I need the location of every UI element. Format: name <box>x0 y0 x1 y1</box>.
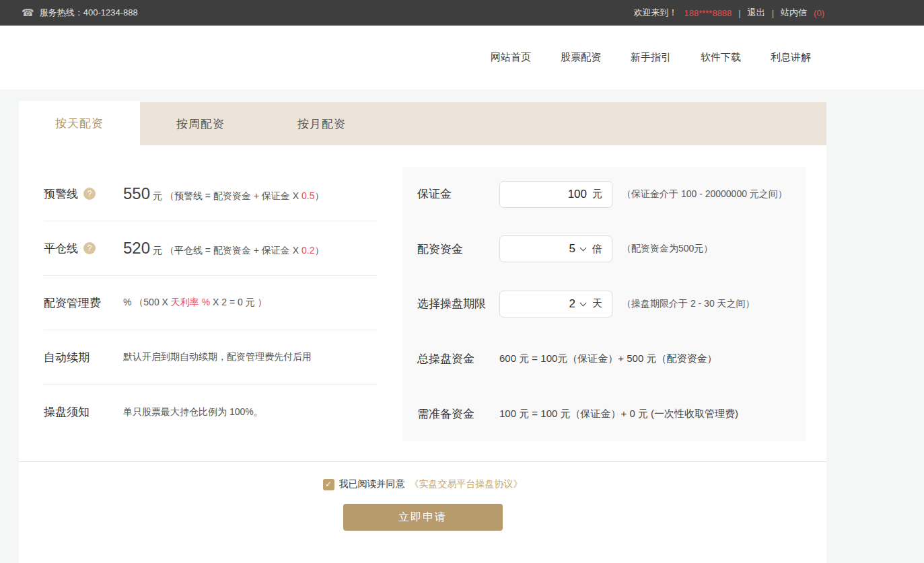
duration-row: 选择操盘期限 2 天 （操盘期限介于 2 - 30 天之间） <box>417 276 791 332</box>
management-fee-value: % （500 X 天利率 % X 2 = 0 元 ） <box>123 297 267 309</box>
margin-row: 保证金 元 （保证金介于 100 - 20000000 元之间） <box>417 167 791 222</box>
agreement-checkbox[interactable]: ✓ <box>323 479 334 490</box>
duration-hint: （操盘期限介于 2 - 30 天之间） <box>622 298 755 310</box>
chevron-down-icon <box>580 300 587 307</box>
total-capital-row: 总操盘资金 600 元 = 100元（保证金）+ 500 元（配资资金） <box>417 332 791 387</box>
required-funds-row: 需准备资金 100 元 = 100 元（保证金）+ 0 元 (一次性收取管理费) <box>417 386 791 441</box>
agreement-link[interactable]: 《实盘交易平台操盘协议》 <box>410 478 523 490</box>
duration-unit: 天 <box>592 297 602 310</box>
agreement-row: ✓ 我已阅读并同意 《实盘交易平台操盘协议》 <box>19 478 826 490</box>
management-fee-label: 配资管理费 <box>44 295 101 311</box>
apply-now-button[interactable]: 立即申请 <box>343 504 503 531</box>
leverage-label: 配资资金 <box>417 241 499 257</box>
close-line-label: 平仓线 <box>44 241 78 256</box>
warning-line-label: 预警线 <box>44 186 78 202</box>
leverage-select[interactable]: 5 倍 <box>499 235 612 262</box>
trading-notice-text: 单只股票最大持仓比例为 100%。 <box>123 406 263 418</box>
chevron-down-icon <box>580 245 587 252</box>
nav-item-stock-financing[interactable]: 股票配资 <box>561 51 601 64</box>
margin-input-box: 元 <box>499 181 612 208</box>
agreement-label: 我已阅读并同意 <box>339 478 405 490</box>
duration-select[interactable]: 2 天 <box>499 291 612 317</box>
daily-rate-red: 天利率 % <box>171 297 210 307</box>
warning-line-row: 预警线 ? 550元 （预警线 = 配资资金 + 保证金 X 0.5） <box>44 167 377 221</box>
nav-item-interest-explain[interactable]: 利息讲解 <box>771 51 811 64</box>
topbar-user-group: 欢迎来到！ 188****8888 | 退出 | 站内信 (0) <box>633 7 824 19</box>
bottom-divider <box>19 461 826 462</box>
inbox-link[interactable]: 站内信 <box>781 7 807 19</box>
inbox-count-badge: (0) <box>814 8 824 18</box>
tab-weekly-financing[interactable]: 按周配资 <box>140 102 261 145</box>
trading-notice-label: 操盘须知 <box>44 404 90 420</box>
leverage-hint: （配资资金为500元） <box>622 243 713 255</box>
nav-item-beginner-guide[interactable]: 新手指引 <box>631 51 671 64</box>
help-icon[interactable]: ? <box>83 242 96 254</box>
topbar-separator: | <box>738 8 740 18</box>
margin-label: 保证金 <box>417 186 499 202</box>
close-ratio-red: 0.2 <box>301 245 314 256</box>
logout-link[interactable]: 退出 <box>748 7 765 19</box>
phone-icon: ☎ <box>22 7 34 19</box>
warning-ratio-red: 0.5 <box>301 190 314 201</box>
header: 网站首页 股票配资 新手指引 软件下载 利息讲解 <box>0 26 924 89</box>
content-columns: 预警线 ? 550元 （预警线 = 配资资金 + 保证金 X 0.5） 平仓线 … <box>19 145 826 441</box>
info-column: 预警线 ? 550元 （预警线 = 配资资金 + 保证金 X 0.5） 平仓线 … <box>44 145 377 441</box>
financing-form-panel: 保证金 元 （保证金介于 100 - 20000000 元之间） 配资资金 5 … <box>402 167 806 441</box>
tab-content: 预警线 ? 550元 （预警线 = 配资资金 + 保证金 X 0.5） 平仓线 … <box>19 145 826 563</box>
margin-unit: 元 <box>592 188 602 200</box>
topbar: ☎ 服务热线：400-1234-888 欢迎来到！ 188****8888 | … <box>0 0 924 26</box>
topbar-separator: | <box>772 8 774 18</box>
auto-renewal-row: 自动续期 默认开启到期自动续期，配资管理费先付后用 <box>44 330 377 385</box>
topbar-hotline-group: ☎ 服务热线：400-1234-888 <box>22 7 138 19</box>
warning-line-value: 550元 （预警线 = 配资资金 + 保证金 X 0.5） <box>123 184 324 203</box>
duration-label: 选择操盘期限 <box>417 296 499 311</box>
main-nav: 网站首页 股票配资 新手指引 软件下载 利息讲解 <box>491 51 811 64</box>
margin-hint: （保证金介于 100 - 20000000 元之间） <box>622 188 787 200</box>
close-line-row: 平仓线 ? 520元 （平仓线 = 配资资金 + 保证金 X 0.2） <box>44 221 377 276</box>
required-funds-label: 需准备资金 <box>417 406 499 422</box>
margin-input[interactable] <box>526 188 587 201</box>
username-text: 188****8888 <box>684 8 732 18</box>
close-line-value: 520元 （平仓线 = 配资资金 + 保证金 X 0.2） <box>123 239 324 258</box>
total-capital-label: 总操盘资金 <box>417 351 499 367</box>
page-background: 按天配资 按周配资 按月配资 预警线 ? 550元 （预警线 = 配资资金 + <box>0 102 924 563</box>
required-funds-value: 100 元 = 100 元（保证金）+ 0 元 (一次性收取管理费) <box>499 408 738 420</box>
nav-item-home[interactable]: 网站首页 <box>491 51 531 64</box>
tab-daily-financing[interactable]: 按天配资 <box>19 101 140 145</box>
tab-monthly-financing[interactable]: 按月配资 <box>261 102 382 145</box>
nav-item-software-download[interactable]: 软件下载 <box>701 51 741 64</box>
help-icon[interactable]: ? <box>83 188 96 200</box>
financing-tabs: 按天配资 按周配资 按月配资 <box>19 102 826 145</box>
trading-notice-row: 操盘须知 单只股票最大持仓比例为 100%。 <box>44 385 377 439</box>
total-capital-value: 600 元 = 100元（保证金）+ 500 元（配资资金） <box>499 352 717 365</box>
auto-renewal-label: 自动续期 <box>44 350 90 365</box>
leverage-unit: 倍 <box>592 243 602 256</box>
auto-renewal-text: 默认开启到期自动续期，配资管理费先付后用 <box>123 351 312 363</box>
leverage-row: 配资资金 5 倍 （配资资金为500元） <box>417 222 791 277</box>
main-column: 按天配资 按周配资 按月配资 预警线 ? 550元 （预警线 = 配资资金 + <box>19 102 826 563</box>
hotline-text: 服务热线：400-1234-888 <box>40 7 138 19</box>
management-fee-row: 配资管理费 % （500 X 天利率 % X 2 = 0 元 ） <box>44 276 377 330</box>
welcome-text: 欢迎来到！ <box>633 7 677 19</box>
